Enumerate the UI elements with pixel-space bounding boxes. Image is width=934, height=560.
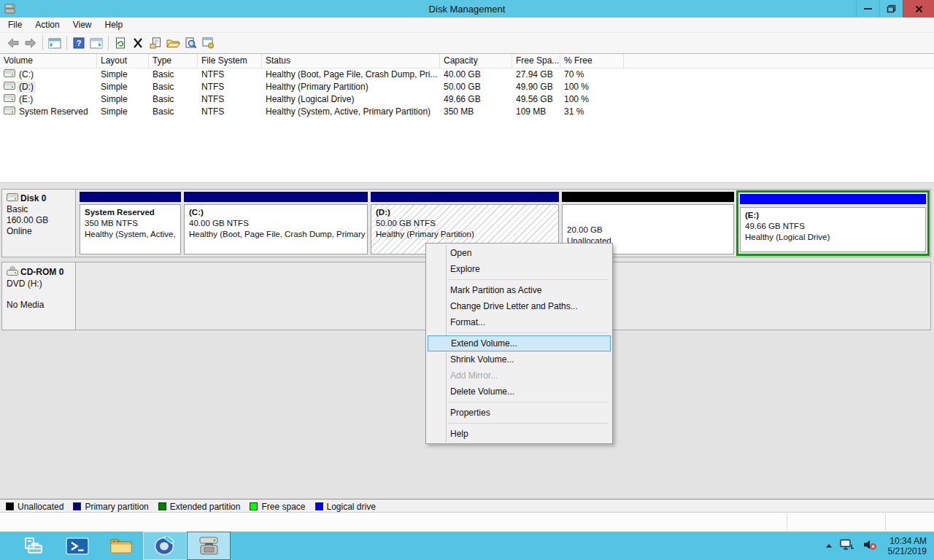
status-cell: Healthy (Boot, Page File, Crash Dump, Pr… [262,69,440,81]
powershell-icon[interactable] [55,532,99,560]
menu-separator [448,279,609,280]
partition-size: 40.00 GB NTFS [189,218,363,229]
column-header-capacity[interactable]: Capacity [440,54,512,68]
find-button[interactable] [182,35,199,52]
free-space-cell: 49.90 GB [512,81,560,93]
pct-free-cell: 100 % [560,81,624,93]
volume-name: (C:) [19,69,34,81]
context-menu-item-mark-partition-as-active[interactable]: Mark Partition as Active [426,282,612,298]
file-explorer-icon[interactable] [99,532,143,560]
menu-action[interactable]: Action [28,18,66,31]
column-header-pct-free[interactable]: % Free [560,54,624,68]
titlebar[interactable]: Disk Management [0,0,934,18]
forward-button[interactable] [22,35,39,52]
legend-swatch-primary [73,502,81,510]
server-manager-icon[interactable] [12,532,55,560]
context-menu-item-format[interactable]: Format... [426,314,612,330]
refresh-button[interactable] [112,35,129,52]
legend-extended-partition: Extended partition [158,502,241,512]
legend-label: Primary partition [85,502,148,512]
status-cell: Healthy (Logical Drive) [262,93,440,106]
settings-button[interactable] [199,35,217,52]
cdrom-name: CD-ROM 0 [20,267,63,277]
menu-view[interactable]: View [66,18,99,31]
free-space-cell: 109 MB [512,106,560,118]
window-title: Disk Management [0,4,934,15]
disk0-state: Online [7,226,71,237]
disk-drive-icon [4,3,16,15]
menu-separator [448,423,609,424]
column-header-file-system[interactable]: File System [198,54,262,68]
clock-time: 10:34 AM [888,536,927,546]
partition-e-logical[interactable]: (E:) 49.66 GB NTFS Healthy (Logical Driv… [736,190,930,256]
context-menu-item-delete-volume[interactable]: Delete Volume... [426,384,612,400]
show-console-tree-button[interactable] [46,35,63,52]
menu-file[interactable]: File [1,18,28,31]
minimize-button[interactable] [856,0,879,18]
partition-title: (D:) [376,207,554,218]
partition-tool-icon[interactable] [143,532,187,560]
partition-system-reserved[interactable]: System Reserved 350 MB NTFS Healthy (Sys… [79,191,182,255]
context-menu-item-change-drive-letter[interactable]: Change Drive Letter and Paths... [426,298,612,314]
file-system-cell: NTFS [198,69,262,81]
cdrom-icon [7,266,18,278]
show-hidden-icons-button[interactable] [826,544,832,548]
table-row-volume-d[interactable]: (D:) Simple Basic NTFS Healthy (Primary … [0,81,934,93]
volume-muted-icon[interactable] [862,539,877,553]
desktop-screen: Disk Management File Action View Help [0,0,934,560]
partition-status: Healthy (Boot, Page File, Crash Dump, Pr… [189,229,363,240]
partition-context-menu: Open Explore Mark Partition as Active Ch… [425,243,613,444]
toolbar-separator [108,36,109,50]
column-header-type[interactable]: Type [149,54,198,68]
drive-icon [4,93,15,106]
layout-cell: Simple [97,81,149,93]
context-menu-item-explore[interactable]: Explore [426,261,612,277]
partition-color-bar-primary [184,192,368,202]
network-icon[interactable] [840,539,854,553]
menu-separator [448,402,609,402]
layout-cell: Simple [97,106,149,118]
status-bar-divider [787,514,787,530]
column-header-layout[interactable]: Layout [97,54,149,68]
disk-management-taskbar-icon[interactable] [187,532,231,560]
column-header-volume[interactable]: Volume [0,54,97,68]
table-row-volume-c[interactable]: (C:) Simple Basic NTFS Healthy (Boot, Pa… [0,69,934,81]
volume-list-header: Volume Layout Type File System Status Ca… [0,54,934,69]
table-row-system-reserved[interactable]: System Reserved Simple Basic NTFS Health… [0,106,934,118]
context-menu-item-extend-volume[interactable]: Extend Volume... [428,335,611,351]
back-button[interactable] [4,35,22,52]
context-menu-item-shrink-volume[interactable]: Shrink Volume... [426,351,612,368]
legend-bar: Unallocated Primary partition Extended p… [0,499,934,513]
free-space-cell: 49.56 GB [512,93,560,106]
cdrom-label[interactable]: CD-ROM 0 DVD (H:) No Media [2,262,76,330]
column-header-status[interactable]: Status [262,54,440,68]
file-system-cell: NTFS [198,106,262,118]
help-button[interactable]: ? [70,35,88,52]
menu-separator [448,332,609,333]
context-menu-item-help[interactable]: Help [426,426,612,442]
show-action-pane-button[interactable] [88,35,105,52]
taskbar-clock[interactable]: 10:34 AM 5/21/2019 [885,536,927,556]
menu-help[interactable]: Help [99,18,130,31]
table-row-volume-e[interactable]: (E:) Simple Basic NTFS Healthy (Logical … [0,93,934,106]
context-menu-item-properties[interactable]: Properties [426,405,612,421]
context-menu-item-open[interactable]: Open [426,245,612,261]
partition-color-bar-unallocated [562,192,734,202]
volume-name: (E:) [19,93,33,106]
open-button[interactable] [164,35,182,52]
partition-title: System Reserved [85,207,176,218]
close-button[interactable] [903,0,934,18]
status-bar [0,512,934,532]
capacity-cell: 49.66 GB [440,93,512,106]
disk0-label[interactable]: Disk 0 Basic 160.00 GB Online [2,190,76,257]
column-header-free-space[interactable]: Free Spa... [512,54,560,68]
legend-free-space: Free space [250,502,305,512]
type-cell: Basic [149,106,198,118]
delete-button[interactable] [129,35,147,52]
properties-button[interactable] [147,35,164,52]
window-controls [856,0,934,18]
partition-c[interactable]: (C:) 40.00 GB NTFS Healthy (Boot, Page F… [183,191,368,255]
restore-button[interactable] [879,0,903,18]
layout-cell: Simple [97,69,149,81]
disk-icon [7,193,18,203]
